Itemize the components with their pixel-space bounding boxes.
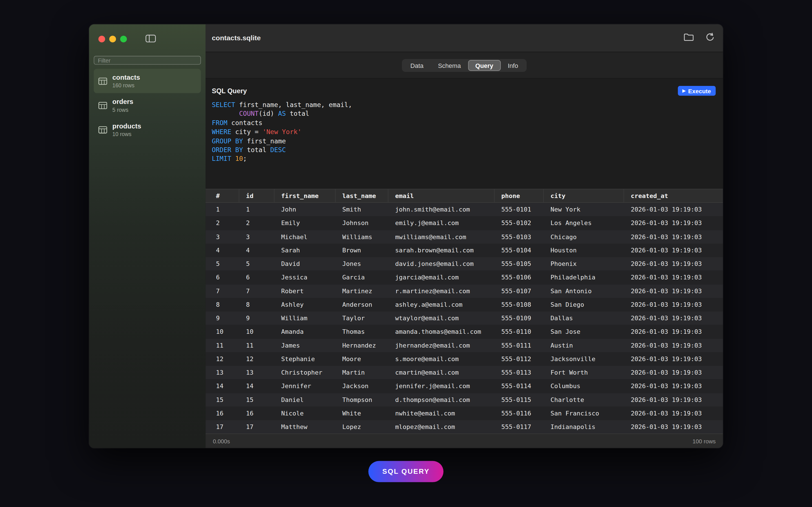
table-cell: Brown — [336, 247, 388, 254]
table-cell: Amanda — [274, 328, 336, 335]
table-row[interactable]: 55DavidJonesdavid.jones@email.com555-010… — [206, 257, 723, 271]
table-row[interactable]: 1313ChristopherMartincmartin@email.com55… — [206, 366, 723, 379]
table-cell: 2026-01-03 19:19:03 — [624, 260, 723, 268]
table-cell: 17 — [206, 424, 239, 431]
table-cell: 12 — [206, 355, 239, 363]
tab-info[interactable]: Info — [500, 60, 525, 71]
table-cell: 13 — [239, 369, 274, 376]
table-cell: 12 — [239, 355, 274, 363]
folder-icon — [683, 33, 694, 43]
traffic-lights — [89, 24, 206, 45]
table-cell: 2026-01-03 19:19:03 — [624, 383, 723, 390]
tab-strip: DataSchemaQueryInfo — [206, 52, 723, 79]
table-row[interactable]: 1111JamesHernandezjhernandez@email.com55… — [206, 339, 723, 352]
traffic-light-minimize[interactable] — [109, 36, 116, 43]
tab-query[interactable]: Query — [468, 60, 500, 71]
table-row[interactable]: 33MichaelWilliamsmwilliams@email.com555-… — [206, 230, 723, 243]
column-header-last_name[interactable]: last_name — [336, 189, 388, 202]
column-header-first_name[interactable]: first_name — [274, 189, 336, 202]
table-cell: john.smith@email.com — [389, 206, 495, 213]
table-row[interactable]: 66JessicaGarciajgarcia@email.com555-0106… — [206, 271, 723, 284]
sidebar-item-contacts[interactable]: contacts160 rows — [94, 69, 201, 93]
table-row[interactable]: 88AshleyAndersonashley.a@email.com555-01… — [206, 298, 723, 311]
table-row-count: 5 rows — [112, 107, 133, 113]
table-cell: 555-0101 — [495, 206, 544, 213]
table-row[interactable]: 44SarahBrownsarah.brown@email.com555-010… — [206, 244, 723, 257]
table-row[interactable]: 77RobertMartinezr.martinez@email.com555-… — [206, 284, 723, 298]
table-cell: 2026-01-03 19:19:03 — [624, 409, 723, 417]
table-cell: John — [274, 206, 336, 213]
column-header-id[interactable]: id — [239, 189, 274, 202]
table-cell: r.martinez@email.com — [389, 288, 495, 295]
table-cell: 6 — [239, 274, 274, 281]
column-header-phone[interactable]: phone — [495, 189, 544, 202]
table-cell: 555-0104 — [495, 247, 544, 254]
table-row[interactable]: 1515DanielThompsond.thompson@email.com55… — [206, 393, 723, 406]
sidebar-item-products[interactable]: products10 rows — [94, 117, 201, 142]
sidebar-toggle-button[interactable] — [146, 34, 156, 44]
table-cell: 555-0109 — [495, 315, 544, 322]
table-row[interactable]: 11JohnSmithjohn.smith@email.com555-0101N… — [206, 203, 723, 216]
window-title: contacts.sqlite — [212, 34, 261, 42]
column-header-created_at[interactable]: created_at — [624, 189, 723, 202]
table-row[interactable]: 1616NicoleWhitenwhite@email.com555-0116S… — [206, 406, 723, 420]
refresh-button[interactable] — [705, 33, 715, 44]
sql-query-title: SQL Query — [212, 87, 247, 95]
traffic-light-zoom[interactable] — [120, 36, 127, 43]
table-cell: Dallas — [544, 315, 624, 322]
sql-line: ORDER BY total DESC — [212, 145, 716, 154]
titlebar-actions — [683, 33, 714, 44]
table-cell: Jacksonville — [544, 355, 624, 363]
table-cell: San Antonio — [544, 288, 624, 295]
table-cell: 555-0112 — [495, 355, 544, 363]
table-cell: 9 — [239, 315, 274, 322]
table-cell: Martinez — [336, 288, 388, 295]
results-header: #idfirst_namelast_nameemailphonecitycrea… — [206, 189, 723, 203]
table-cell: Johnson — [336, 219, 388, 227]
table-cell: 2026-01-03 19:19:03 — [624, 301, 723, 308]
table-cell: 3 — [239, 233, 274, 240]
table-row[interactable]: 1717MatthewLopezmlopez@email.com555-0117… — [206, 420, 723, 434]
tab-data[interactable]: Data — [403, 60, 431, 71]
open-file-button[interactable] — [683, 33, 694, 43]
sql-line: SELECT first_name, last_name, email, — [212, 100, 716, 109]
play-icon: ▶ — [682, 89, 686, 93]
table-cell: 5 — [206, 260, 239, 268]
app-window: contacts160 rowsorders5 rowsproducts10 r… — [89, 24, 723, 448]
table-cell: 2026-01-03 19:19:03 — [624, 219, 723, 227]
table-cell: 8 — [206, 301, 239, 308]
table-row[interactable]: 99WilliamTaylorwtaylor@email.com555-0109… — [206, 312, 723, 325]
table-cell: sarah.brown@email.com — [389, 247, 495, 254]
table-cell: 7 — [206, 288, 239, 295]
table-cell: jhernandez@email.com — [389, 342, 495, 349]
table-cell: 8 — [239, 301, 274, 308]
table-row[interactable]: 1212StephanieMoores.moore@email.com555-0… — [206, 352, 723, 365]
table-cell: 555-0110 — [495, 328, 544, 335]
table-row[interactable]: 22EmilyJohnsonemily.j@email.com555-0102L… — [206, 216, 723, 230]
column-header-email[interactable]: email — [389, 189, 495, 202]
column-header-num[interactable]: # — [206, 189, 239, 202]
execute-button[interactable]: ▶ Execute — [678, 86, 716, 96]
sql-editor[interactable]: SELECT first_name, last_name, email, COU… — [212, 100, 716, 163]
table-cell: Matthew — [274, 424, 336, 431]
traffic-light-close[interactable] — [98, 36, 105, 43]
table-cell: 555-0103 — [495, 233, 544, 240]
table-cell: Emily — [274, 219, 336, 227]
table-cell: 555-0113 — [495, 369, 544, 376]
sidebar-item-orders[interactable]: orders5 rows — [94, 93, 201, 117]
table-cell: Houston — [544, 247, 624, 254]
table-cell: 2026-01-03 19:19:03 — [624, 396, 723, 403]
table-cell: 555-0111 — [495, 342, 544, 349]
table-cell: Jessica — [274, 274, 336, 281]
tab-schema[interactable]: Schema — [431, 60, 468, 71]
table-cell: 2 — [206, 219, 239, 227]
table-cell: 16 — [206, 409, 239, 417]
column-header-city[interactable]: city — [544, 189, 624, 202]
table-cell: Indianapolis — [544, 424, 624, 431]
table-row[interactable]: 1010AmandaThomasamanda.thomas@email.com5… — [206, 325, 723, 339]
table-cell: Garcia — [336, 274, 388, 281]
filter-input[interactable] — [94, 56, 201, 64]
table-cell: Moore — [336, 355, 388, 363]
table-cell: 555-0102 — [495, 219, 544, 227]
table-row[interactable]: 1414JenniferJacksonjennifer.j@email.com5… — [206, 379, 723, 393]
